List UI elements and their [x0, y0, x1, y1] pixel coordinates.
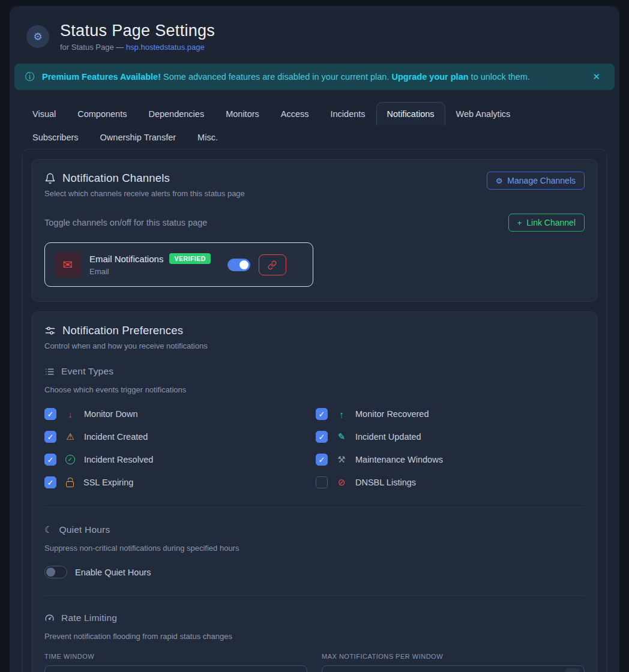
check-icon: ✓ — [319, 410, 325, 418]
preferences-section-subtitle: Control when and how you receive notific… — [44, 341, 585, 350]
tab-ownership-transfer[interactable]: Ownership Transfer — [89, 125, 187, 149]
link-channel-label: Link Channel — [526, 218, 576, 227]
check-icon: ✓ — [47, 479, 54, 487]
channels-section-title: Notification Channels — [62, 172, 170, 185]
channel-name: Email Notifications — [89, 254, 163, 264]
event-label: Monitor Recovered — [355, 409, 429, 419]
close-icon[interactable]: ✕ — [590, 69, 603, 85]
notification-channels-section: Notification Channels Select which chann… — [32, 159, 597, 302]
event-label: SSL Expiring — [83, 478, 133, 487]
arrow-down-icon: ↓ — [64, 409, 76, 419]
gear-icon: ⚙ — [33, 31, 42, 43]
settings-gear-badge: ⚙ — [26, 25, 49, 48]
check-icon: ✓ — [319, 433, 325, 441]
tools-icon: ⚒ — [336, 454, 348, 465]
tab-visual[interactable]: Visual — [22, 102, 67, 125]
event-monitor-recovered: ✓ ↑ Monitor Recovered — [316, 406, 587, 422]
quiet-hours-toggle[interactable] — [44, 566, 67, 578]
event-types-heading: Event Types — [44, 366, 585, 377]
upgrade-plan-link[interactable]: Upgrade your plan — [391, 72, 468, 82]
notification-preferences-section: Notification Preferences Control when an… — [32, 311, 597, 672]
settings-tabs: Visual Components Dependencies Monitors … — [10, 102, 550, 149]
rate-limiting-form: Time Window 15 minutes Max Notifications… — [44, 653, 585, 672]
event-label: Incident Resolved — [84, 455, 153, 464]
banner-suffix: to unlock them. — [469, 72, 530, 82]
maintenance-windows-checkbox[interactable]: ✓ — [316, 454, 328, 466]
event-label: Maintenance Windows — [355, 455, 443, 464]
max-notifications-label: Max Notifications Per Window — [322, 653, 585, 660]
event-label: DNSBL Listings — [355, 478, 416, 487]
settings-panel: ⚙ Status Page Settings for Status Page —… — [10, 6, 619, 672]
event-maintenance-windows: ✓ ⚒ Maintenance Windows — [316, 452, 587, 467]
notifications-tab-content: Notification Channels Select which chann… — [22, 149, 607, 672]
pencil-icon: ✎ — [336, 431, 348, 442]
email-channel-card: ✉ Email Notifications VERIFIED Email — [44, 242, 313, 287]
premium-banner: ⓘ Premium Features Available! Some advan… — [14, 64, 615, 90]
check-circle-icon: ✓ — [65, 455, 75, 464]
manage-channels-button[interactable]: ⚙ Manage Channels — [487, 172, 585, 190]
preferences-section-title: Notification Preferences — [62, 324, 183, 337]
ssl-expiring-checkbox[interactable]: ✓ — [44, 476, 56, 488]
monitor-down-checkbox[interactable]: ✓ — [44, 408, 56, 420]
channel-type: Email — [89, 267, 211, 276]
incident-updated-checkbox[interactable]: ✓ — [316, 431, 328, 443]
check-icon: ✓ — [47, 433, 54, 441]
envelope-icon: ✉ — [63, 257, 73, 272]
link-icon — [268, 260, 277, 269]
no-entry-icon: ⊘ — [336, 477, 348, 488]
banner-text: Premium Features Available! Some advance… — [42, 72, 530, 82]
link-channel-button[interactable]: + Link Channel — [508, 214, 585, 232]
number-stepper[interactable] — [565, 668, 580, 672]
event-ssl-expiring: ✓ SSL Expiring — [44, 475, 316, 490]
time-window-select[interactable]: 15 minutes — [44, 665, 307, 672]
email-channel-tile: ✉ — [55, 251, 81, 278]
page-subtitle: for Status Page — hsp.hostedstatus.page — [60, 43, 215, 52]
tab-monitors[interactable]: Monitors — [215, 102, 270, 125]
banner-middle: Some advanced features are disabled in y… — [161, 72, 391, 82]
list-icon — [44, 367, 55, 377]
event-types-title: Event Types — [61, 366, 113, 377]
moon-icon: ☾ — [44, 524, 52, 535]
monitor-recovered-checkbox[interactable]: ✓ — [316, 408, 328, 420]
gauge-icon — [44, 613, 55, 623]
channel-enabled-toggle[interactable] — [227, 259, 250, 271]
tab-subscribers[interactable]: Subscribers — [22, 125, 89, 149]
warning-icon: ⚠ — [64, 431, 76, 442]
tab-incidents[interactable]: Incidents — [320, 102, 376, 125]
divider — [44, 507, 585, 508]
incident-created-checkbox[interactable]: ✓ — [44, 431, 56, 443]
event-incident-updated: ✓ ✎ Incident Updated — [316, 429, 587, 445]
tab-misc[interactable]: Misc. — [187, 125, 229, 149]
bell-icon — [44, 173, 56, 184]
lock-icon — [66, 481, 74, 487]
rate-limiting-subtitle: Prevent notification flooding from rapid… — [44, 632, 585, 641]
check-icon: ✓ — [319, 456, 325, 464]
channels-section-subtitle: Select which channels receive alerts fro… — [44, 189, 245, 198]
event-label: Incident Updated — [355, 432, 421, 442]
dnsbl-listings-checkbox[interactable]: ✓ — [316, 476, 328, 488]
unlink-channel-button[interactable] — [259, 254, 286, 275]
time-window-label: Time Window — [44, 653, 307, 660]
info-icon: ⓘ — [25, 71, 35, 83]
status-page-link[interactable]: hsp.hostedstatus.page — [126, 43, 205, 52]
manage-channels-label: Manage Channels — [507, 176, 576, 185]
incident-resolved-checkbox[interactable]: ✓ — [44, 454, 56, 466]
max-notifications-field — [322, 665, 585, 672]
page-title: Status Page Settings — [60, 22, 215, 40]
banner-bold: Premium Features Available! — [42, 72, 161, 82]
rate-limiting-heading: Rate Limiting — [44, 613, 585, 623]
event-incident-resolved: ✓ ✓ Incident Resolved — [44, 452, 316, 467]
quiet-hours-subtitle: Suppress non-critical notifications duri… — [44, 544, 585, 553]
quiet-hours-heading: ☾ Quiet Hours — [44, 524, 585, 535]
toggle-channels-hint: Toggle channels on/off for this status p… — [44, 218, 207, 227]
page-header: ⚙ Status Page Settings for Status Page —… — [10, 6, 619, 58]
tab-dependencies[interactable]: Dependencies — [137, 102, 215, 125]
divider — [44, 595, 585, 596]
tab-notifications[interactable]: Notifications — [376, 102, 445, 125]
tab-access[interactable]: Access — [270, 102, 320, 125]
plus-icon: + — [517, 218, 522, 227]
arrow-up-icon: ↑ — [336, 409, 348, 419]
tab-components[interactable]: Components — [67, 102, 137, 125]
gear-icon: ⚙ — [496, 176, 503, 185]
tab-web-analytics[interactable]: Web Analytics — [445, 102, 522, 125]
